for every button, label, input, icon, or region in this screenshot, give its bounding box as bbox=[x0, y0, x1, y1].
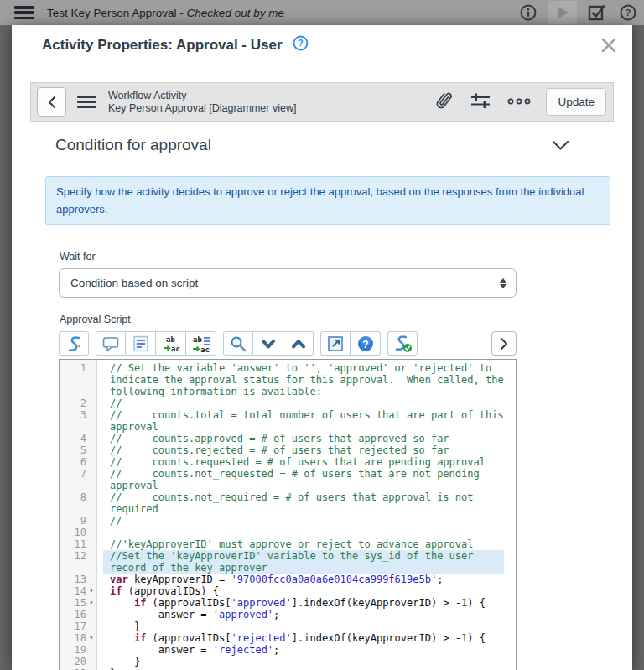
code-lines: 1// Set the variable 'answer' to '', 'ap… bbox=[60, 362, 516, 670]
syntax-check-icon[interactable] bbox=[387, 331, 418, 356]
fold-spacer bbox=[86, 444, 96, 456]
collapse-chevron-down-icon[interactable] bbox=[551, 139, 570, 152]
fold-spacer bbox=[86, 456, 96, 468]
format-document-icon[interactable] bbox=[126, 331, 156, 356]
section-header: Condition for approval bbox=[30, 136, 614, 154]
fold-arrow-icon[interactable]: ▾ bbox=[86, 585, 96, 597]
svg-text:ab: ab bbox=[193, 335, 202, 344]
code-line[interactable]: 15▾ if (approvalIDs['approved'].indexOf(… bbox=[60, 597, 516, 609]
code-line[interactable]: 14▾if (approvalIDs) { bbox=[60, 585, 516, 597]
validate-checkbox-icon[interactable] bbox=[586, 2, 608, 23]
dialog-title: Activity Properties: Approval - User bbox=[42, 37, 283, 54]
toggle-comment-icon[interactable] bbox=[96, 331, 126, 356]
line-number-gutter: 15▾ bbox=[60, 597, 103, 609]
line-number-gutter: 4 bbox=[60, 433, 103, 444]
help-icon[interactable]: ? bbox=[351, 331, 381, 356]
code-line[interactable]: 1// Set the variable 'answer' to '', 'ap… bbox=[60, 362, 516, 397]
code-line[interactable]: 11//'keyApproverID' must approve or reje… bbox=[60, 538, 516, 550]
activity-properties-dialog: Activity Properties: Approval - User ? W… bbox=[12, 25, 632, 670]
line-number-gutter: 1 bbox=[60, 362, 103, 397]
fold-arrow-icon[interactable]: ▾ bbox=[86, 632, 96, 644]
code-line[interactable]: 20 } bbox=[60, 656, 516, 667]
run-workflow-button[interactable] bbox=[548, 1, 577, 24]
line-number-gutter: 18▾ bbox=[60, 632, 103, 644]
context-menu-icon[interactable] bbox=[77, 96, 96, 108]
fold-arrow-icon[interactable]: ▾ bbox=[86, 597, 96, 609]
fold-spacer bbox=[86, 527, 96, 538]
fold-spacer bbox=[86, 538, 96, 550]
find-previous-icon[interactable] bbox=[283, 331, 314, 356]
line-number-gutter: 19 bbox=[60, 644, 103, 656]
top-bar: Test Key Person Approval - Checked out b… bbox=[0, 0, 644, 25]
dialog-header: Activity Properties: Approval - User ? bbox=[12, 25, 632, 65]
code-line[interactable]: 17 } bbox=[60, 621, 516, 632]
code-line[interactable]: 12//Set the 'keyApproverID' variable to … bbox=[60, 550, 516, 574]
line-number-gutter: 5 bbox=[60, 444, 103, 456]
line-number-gutter: 3 bbox=[60, 409, 103, 433]
checked-out-note: Checked out by me bbox=[187, 7, 284, 19]
fold-spacer bbox=[86, 621, 96, 632]
app-menu-icon[interactable] bbox=[14, 6, 34, 19]
search-icon[interactable] bbox=[223, 331, 253, 356]
update-button[interactable]: Update bbox=[546, 88, 606, 116]
code-line[interactable]: 19 answer = 'rejected'; bbox=[60, 644, 516, 656]
workflow-title: Test Key Person Approval - Checked out b… bbox=[47, 7, 284, 19]
info-icon[interactable] bbox=[517, 2, 539, 23]
fold-spacer bbox=[86, 362, 96, 397]
fold-spacer bbox=[86, 397, 96, 409]
format-code-icon[interactable] bbox=[59, 331, 89, 356]
svg-text:ac: ac bbox=[171, 345, 180, 353]
record-name-label: Key Person Approval [Diagrammer view] bbox=[108, 102, 296, 115]
line-number-gutter: 16 bbox=[60, 609, 103, 621]
code-line[interactable]: 6// counts.requested = # of users that a… bbox=[60, 456, 516, 468]
code-line[interactable]: 9// bbox=[60, 515, 516, 527]
help-icon[interactable]: ? bbox=[617, 2, 639, 23]
fold-spacer bbox=[86, 515, 96, 527]
fold-spacer bbox=[86, 644, 96, 656]
replace-all-icon[interactable]: abac bbox=[186, 331, 216, 356]
code-line[interactable]: 10 bbox=[60, 527, 516, 538]
dialog-help-icon[interactable]: ? bbox=[293, 35, 309, 55]
find-next-icon[interactable] bbox=[253, 331, 283, 356]
line-number-gutter: 14▾ bbox=[60, 585, 103, 597]
fold-spacer bbox=[86, 550, 96, 574]
svg-text:ab: ab bbox=[166, 335, 175, 344]
code-line[interactable]: 13var keyApproverID = '97000fcc0a0a0a6e0… bbox=[60, 574, 516, 585]
svg-text:?: ? bbox=[298, 38, 303, 48]
section-title: Condition for approval bbox=[55, 136, 211, 154]
svg-text:?: ? bbox=[362, 338, 368, 350]
line-number-gutter: 17 bbox=[60, 621, 103, 632]
close-icon[interactable] bbox=[600, 37, 617, 54]
code-line[interactable]: 18▾ if (approvalIDs['rejected'].indexOf(… bbox=[60, 632, 516, 644]
fold-spacer bbox=[86, 574, 96, 585]
code-line[interactable]: 7// counts.not_requested = # of users th… bbox=[60, 468, 516, 491]
script-editor-toolbar: abac abac ? bbox=[59, 331, 517, 356]
line-number-gutter: 13 bbox=[60, 574, 103, 585]
wait-for-select[interactable]: Condition based on script bbox=[59, 268, 517, 298]
wait-for-label: Wait for bbox=[60, 251, 632, 262]
line-number-gutter: 12 bbox=[60, 550, 103, 574]
record-header: Workflow Activity Key Person Approval [D… bbox=[30, 82, 614, 122]
code-line[interactable]: 2// bbox=[60, 397, 516, 409]
code-line[interactable]: 16 answer = 'approved'; bbox=[60, 609, 516, 621]
code-line[interactable]: 3// counts.total = total number of users… bbox=[60, 409, 516, 433]
fold-spacer bbox=[86, 656, 96, 667]
back-button[interactable] bbox=[37, 87, 66, 117]
attachment-paperclip-icon[interactable] bbox=[433, 89, 454, 116]
svg-text:ac: ac bbox=[200, 345, 210, 354]
open-in-window-icon[interactable] bbox=[320, 331, 351, 356]
personalize-sliders-icon[interactable] bbox=[469, 90, 492, 115]
fold-spacer bbox=[86, 409, 96, 433]
more-actions-icon[interactable] bbox=[506, 95, 532, 110]
fold-spacer bbox=[86, 468, 96, 491]
approval-script-editor[interactable]: 1// Set the variable 'answer' to '', 'ap… bbox=[59, 359, 517, 670]
code-line[interactable]: 5// counts.rejected = # of users that re… bbox=[60, 444, 516, 456]
fold-spacer bbox=[86, 609, 96, 621]
code-line[interactable]: 4// counts.approved = # of users that ap… bbox=[60, 433, 516, 444]
line-number-gutter: 9 bbox=[60, 515, 103, 527]
expand-icon[interactable] bbox=[491, 331, 517, 356]
code-line[interactable]: 8// counts.not_required = # of users tha… bbox=[60, 491, 516, 515]
replace-icon[interactable]: abac bbox=[156, 331, 186, 356]
line-number-gutter: 7 bbox=[60, 468, 103, 491]
line-number-gutter: 11 bbox=[60, 538, 103, 550]
